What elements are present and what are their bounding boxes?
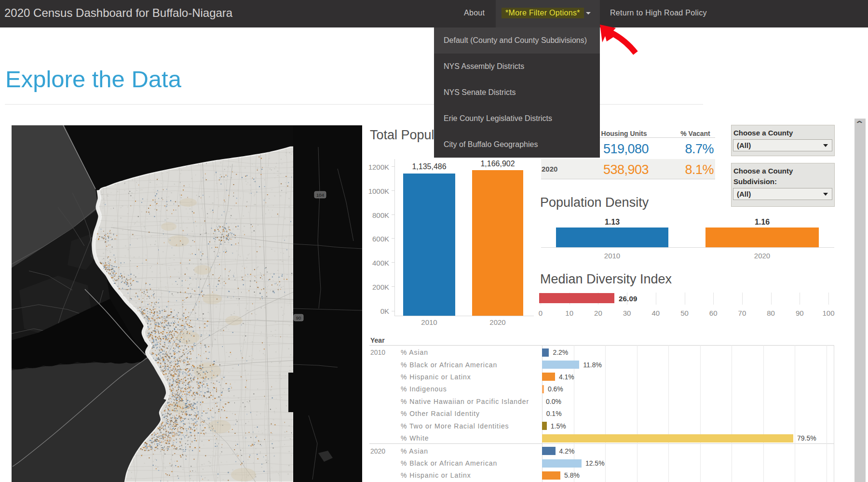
svg-text:90: 90: [296, 315, 301, 321]
svg-text:104: 104: [316, 192, 324, 198]
